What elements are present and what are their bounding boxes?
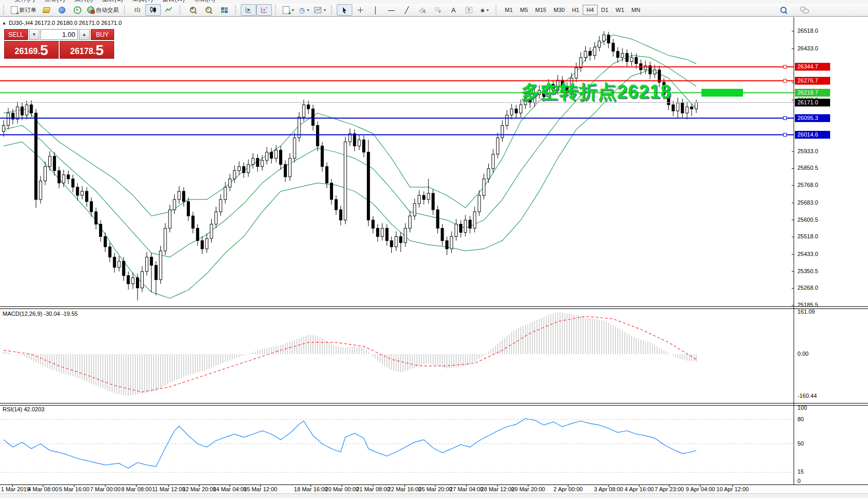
- timeframe-M30[interactable]: M30: [550, 5, 568, 15]
- volume-dropdown-button[interactable]: ▼: [29, 29, 40, 40]
- volume-input[interactable]: [40, 29, 78, 40]
- arrows-tool-button[interactable]: ◆▾: [477, 4, 492, 16]
- timeframe-MN[interactable]: MN: [628, 5, 644, 15]
- timeframe-M1[interactable]: M1: [501, 5, 516, 15]
- rsi-line: [4, 419, 696, 468]
- timeframe-M5[interactable]: M5: [516, 5, 531, 15]
- autotrading-button[interactable]: 自动交易: [85, 4, 121, 16]
- templates-button[interactable]: ▾: [312, 4, 328, 16]
- candle-body: [677, 103, 679, 111]
- auto-scroll-icon: [245, 6, 252, 14]
- menu-item[interactable]: 插入(I): [74, 0, 92, 3]
- volume-step-button[interactable]: ▲: [79, 29, 90, 40]
- macd-indicator-label: MACD(12,26,9) -30.04 -19.55: [3, 311, 78, 317]
- rsi-indicator-label: RSI(14) 42.0203: [3, 406, 45, 412]
- menu-item[interactable]: 查看(V): [44, 0, 65, 3]
- price-level-tag[interactable]: 26218.7: [795, 89, 830, 97]
- rsi-axis-label: 100: [797, 405, 807, 411]
- chart-shift-button[interactable]: [256, 4, 272, 16]
- candle-body: [404, 228, 407, 243]
- price-level-tag[interactable]: 26276.7: [795, 77, 830, 85]
- candle-body: [16, 107, 19, 119]
- timeframe-H1[interactable]: H1: [568, 5, 583, 15]
- timeframe-M15[interactable]: M15: [532, 5, 550, 15]
- fibonacci-tool-button[interactable]: F: [430, 4, 446, 16]
- crosshair-tool-button[interactable]: [352, 4, 368, 16]
- line-chart-mode-button[interactable]: [161, 4, 176, 16]
- zoom-in-button[interactable]: +: [185, 4, 201, 16]
- candle-body: [53, 156, 56, 171]
- trendline-tool-button[interactable]: ╱: [399, 4, 415, 16]
- horizontal-line-tool-button[interactable]: —: [383, 4, 399, 16]
- timeframe-W1[interactable]: W1: [612, 5, 628, 15]
- buy-button[interactable]: BUY: [91, 29, 115, 40]
- sell-price-box[interactable]: 26169 . 5: [4, 41, 59, 59]
- panel-separator[interactable]: [0, 403, 868, 403]
- candle-body: [409, 216, 411, 228]
- menu-item[interactable]: 帮助(H): [194, 0, 215, 3]
- menu-item[interactable]: 窗口(W): [162, 0, 185, 3]
- menu-item[interactable]: 工具(T): [132, 0, 153, 3]
- chart-title: ▲ DJ30-,H4 26172.0 26180.0 26171.0 26171…: [2, 20, 122, 26]
- indicators-button[interactable]: ▾: [281, 4, 296, 16]
- candle-body: [695, 102, 698, 109]
- candle-body: [358, 140, 361, 146]
- profiles-button[interactable]: [54, 4, 70, 16]
- timeframe-H4[interactable]: H4: [583, 5, 597, 15]
- menu-item[interactable]: 图表(C): [102, 0, 123, 3]
- buy-price-box[interactable]: 26178 . 5: [60, 41, 114, 59]
- panel-separator[interactable]: [0, 405, 868, 406]
- sell-price-main: 26169: [15, 46, 38, 57]
- line-handle[interactable]: [783, 65, 787, 69]
- candle-body: [229, 179, 231, 187]
- candle-body: [653, 70, 656, 74]
- timeframe-D1[interactable]: D1: [598, 5, 612, 15]
- vertical-line-tool-button[interactable]: │: [368, 4, 383, 16]
- candle-body: [275, 150, 278, 158]
- menu-item[interactable]: 文件(F): [15, 0, 35, 3]
- time-axis-label: 27 Mar 04:00: [450, 486, 484, 492]
- search-button[interactable]: [776, 4, 791, 16]
- tile-windows-button[interactable]: [216, 4, 232, 16]
- chart-window-button[interactable]: [38, 4, 54, 16]
- chat-button[interactable]: [796, 4, 812, 16]
- auto-scroll-button[interactable]: [241, 4, 256, 16]
- time-axis-label: 14 Mar 04:00: [213, 486, 247, 492]
- candlestick-mode-button[interactable]: [145, 4, 161, 16]
- cursor-tool-button[interactable]: [337, 4, 352, 16]
- text-tool-button[interactable]: A: [446, 4, 461, 16]
- price-level-tag[interactable]: 26344.7: [795, 63, 830, 71]
- chart-window[interactable]: ▲ DJ30-,H4 26172.0 26180.0 26171.0 26171…: [0, 17, 868, 498]
- candle-body: [201, 240, 203, 249]
- time-axis-label: 11 Mar 12:00: [152, 486, 185, 492]
- annotation-text[interactable]: 多空转折点26218: [521, 79, 671, 105]
- channel-tool-button[interactable]: E: [415, 4, 430, 16]
- label-tool-button[interactable]: T: [461, 4, 477, 16]
- bar-chart-mode-button[interactable]: [130, 4, 145, 16]
- panel-separator[interactable]: [0, 306, 868, 307]
- periods-button[interactable]: ◷▾: [296, 4, 312, 16]
- price-level-tag[interactable]: 26014.6: [795, 131, 830, 139]
- zoom-out-button[interactable]: −: [201, 4, 216, 16]
- price-level-tag[interactable]: 26171.0: [795, 99, 830, 106]
- time-axis-label: 15 Mar 12:00: [244, 486, 278, 492]
- vertical-line-icon: │: [374, 7, 378, 14]
- dropdown-arrow-icon: ▾: [324, 8, 326, 12]
- new-order-button[interactable]: 新订单: [9, 4, 38, 16]
- candle-body: [178, 191, 181, 199]
- candle-body: [607, 35, 610, 43]
- annotation-highlight-bar[interactable]: [701, 89, 743, 97]
- candle-body: [39, 181, 42, 199]
- panel-separator[interactable]: [0, 308, 868, 309]
- price-level-tag[interactable]: 26095.3: [795, 114, 830, 122]
- candle-body: [630, 58, 633, 62]
- candle-body: [280, 150, 282, 165]
- svg-text:F: F: [439, 10, 441, 14]
- signals-button[interactable]: [70, 4, 85, 16]
- line-handle[interactable]: [783, 133, 787, 136]
- autotrading-label: 自动交易: [96, 6, 119, 14]
- rsi-axis-label: 80: [797, 416, 804, 422]
- line-handle[interactable]: [783, 116, 787, 119]
- sell-button[interactable]: SELL: [4, 29, 28, 40]
- line-handle[interactable]: [783, 79, 787, 83]
